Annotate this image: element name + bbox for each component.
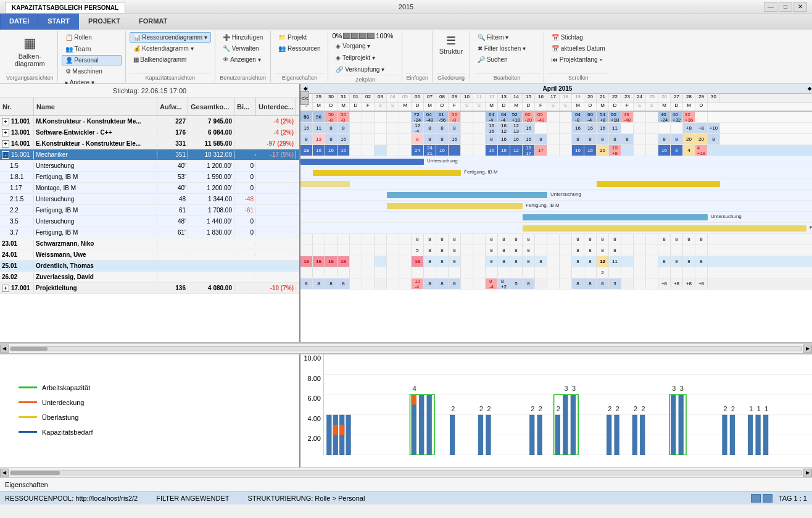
table-row[interactable]: +13.001 Software-Entwickler - C++ 176 6 …: [0, 127, 299, 138]
row-bi: [234, 132, 256, 133]
row-name: E.Konstrukteur - Konstrukteur Ele...: [34, 140, 157, 148]
title-tab-active[interactable]: KAPAZITÄTSABGLEICH PERSONAL: [5, 2, 125, 13]
row-aufw: 48: [157, 195, 188, 203]
expand-icon[interactable]: +: [2, 285, 9, 292]
nav-left-arrow[interactable]: <<: [300, 91, 309, 105]
btn-balkendiagramm-kap[interactable]: ▦ Balkendiagramm: [130, 54, 211, 65]
svg-text:1: 1: [764, 405, 768, 412]
row-unterdec: -4 (2%): [256, 128, 296, 136]
ribbon-tab-format[interactable]: FORMAT: [130, 14, 176, 30]
btn-kostendiagramm[interactable]: 💰 Kostendiagramm ▾: [130, 43, 211, 54]
table-row[interactable]: 24.01 Weissmann, Uwe: [0, 249, 299, 261]
expand-icon[interactable]: +: [2, 118, 9, 125]
row-aufw: 136: [157, 284, 188, 292]
row-unterdec: [256, 177, 296, 178]
chart-scrollbar[interactable]: ◀ ▶: [0, 467, 812, 477]
btn-suchen[interactable]: 🔎 Suchen: [474, 54, 540, 65]
table-row[interactable]: 1.8.1 Fertigung, IB M 53' 1 590.00' 0: [0, 172, 299, 183]
btn-ressourcen[interactable]: 👥 Ressourcen: [275, 43, 324, 54]
chart-svg: 4 2 2 2 2 2 2 3 3 2 2: [324, 354, 812, 455]
horizontal-scrollbar[interactable]: ◀ ▶: [0, 343, 812, 353]
close-button[interactable]: ✕: [793, 2, 807, 12]
btn-projektanfang[interactable]: ⏮ Projektanfang ▾: [548, 54, 608, 65]
chart-scroll-left[interactable]: ◀: [0, 469, 9, 477]
properties-label: Eigenschaften: [5, 481, 48, 488]
table-row[interactable]: 3.7 Fertigung, IB M 61' 1 830.00' 0: [0, 227, 299, 238]
row-bi: [234, 143, 256, 144]
row-name: Zuverlaessig, David: [34, 273, 157, 281]
row-bi: 0: [234, 162, 256, 170]
btn-projekt[interactable]: 📁 Projekt: [275, 32, 324, 43]
svg-rect-13: [412, 395, 416, 404]
gantt-day-numbers: 8 29 30 31 01 02 03 04 05 06 07 08 09 10…: [300, 94, 812, 102]
btn-maschinen[interactable]: ⚙ Maschinen: [62, 66, 122, 77]
group-bearbeiten: 🔍 Filtern ▾ ✖ Filter löschen ▾ 🔎 Suchen …: [470, 31, 544, 82]
table-row[interactable]: +11.001 M.Konstrukteur - Konstrukteur Me…: [0, 116, 299, 127]
scroll-left-btn[interactable]: ◀: [0, 345, 9, 353]
svg-rect-56: [763, 415, 768, 455]
right-panel: << ◆ April 2015 ◆ 8 29 30 31 01 02 03 04…: [300, 84, 812, 342]
row-gesamt: 1 200.00': [188, 162, 234, 170]
chart-scroll-track[interactable]: [10, 470, 802, 475]
table-row[interactable]: +14.001 E.Konstrukteur - Konstrukteur El…: [0, 138, 299, 149]
btn-vorgang[interactable]: ◈ Vorgang ▾: [332, 41, 398, 51]
btn-filter-loeschen[interactable]: ✖ Filter löschen ▾: [474, 43, 540, 54]
gantt-sub-row: Untersuchung: [300, 190, 812, 201]
status-icon-2[interactable]: [763, 494, 773, 503]
table-row-active[interactable]: -15.001 Mechaniker 351 10 312.00 -17 (5%…: [0, 149, 299, 161]
row-name: Software-Entwickler - C++: [34, 128, 157, 136]
legend-label-arbeitskapazitaet: Arbeitskapazität: [42, 384, 90, 391]
btn-team[interactable]: 👥 Team: [62, 43, 122, 54]
table-row[interactable]: 2.1.5 Untersuchung 48 1 344.00 -48: [0, 194, 299, 205]
row-aufw: 331: [157, 140, 188, 148]
table-row[interactable]: 3.5 Untersuchung 48' 1 440.00' 0: [0, 216, 299, 227]
btn-teilprojekt[interactable]: ◈ Teilprojekt ▾: [332, 52, 398, 63]
scroll-right-btn[interactable]: ▶: [803, 345, 812, 353]
table-row[interactable]: 25.01 Ordentlich, Thomas: [0, 261, 299, 272]
table-row[interactable]: 1.5 Untersuchung 40' 1 200.00' 0: [0, 161, 299, 172]
ribbon-tab-projekt[interactable]: PROJEKT: [79, 14, 130, 30]
table-row[interactable]: 1.17 Montage, IB M 40' 1 200.00' 0: [0, 183, 299, 194]
ribbon-tab-datei[interactable]: DATEI: [0, 14, 38, 30]
svg-rect-49: [730, 415, 735, 455]
table-row[interactable]: 2.2 Fertigung, IB M 61 1 708.00 -61: [0, 205, 299, 216]
gantt-person-row-highlight: 16 16 16 16 16 8 8 8 8 8 8 8 8: [300, 256, 812, 267]
table-row[interactable]: 26.02 Zuverlaessig, David: [0, 272, 299, 283]
expand-icon[interactable]: +: [2, 140, 9, 148]
btn-rollen[interactable]: 📋 Rollen: [62, 32, 122, 43]
status-icon-1[interactable]: [751, 494, 761, 503]
btn-hinzufuegen[interactable]: ➕ Hinzufügen: [219, 32, 267, 43]
btn-balkendiagramm[interactable]: ▦ Balken-diagramm: [10, 32, 49, 70]
btn-filtern[interactable]: 🔍 Filtern ▾: [474, 32, 540, 43]
chart-scroll-thumb[interactable]: [10, 471, 60, 475]
btn-stichtag[interactable]: 📅 Stichtag: [548, 32, 608, 43]
gantt-person-row: 8 8 8 8 8 8 8 8 8 8 8 8 8: [300, 234, 812, 245]
gantt-header: ◆ April 2015 ◆ 8 29 30 31 01 02 03 04 05…: [300, 84, 812, 112]
ribbon-tab-start[interactable]: START: [38, 14, 79, 30]
minimize-button[interactable]: —: [764, 2, 777, 12]
btn-ressourcendiagramm[interactable]: 📊 Ressourcendiagramm ▾: [130, 32, 211, 43]
table-row[interactable]: 23.01 Schwarzmann, Niko: [0, 238, 299, 249]
expand-icon[interactable]: +: [2, 129, 9, 136]
row-aufw: [157, 254, 188, 256]
expand-icon[interactable]: -: [2, 151, 9, 159]
svg-text:1: 1: [756, 405, 760, 412]
maximize-button[interactable]: □: [779, 2, 792, 12]
svg-text:2: 2: [451, 405, 455, 412]
row-name: Fertigung, IB M: [34, 228, 157, 236]
chart-scroll-right[interactable]: ▶: [803, 469, 812, 477]
gantt-data-row-active: 16 16 16 16 24 2421 16 16 16 12 1817 17: [300, 145, 812, 156]
btn-aktuelles-datum[interactable]: 📅 aktuelles Datum: [548, 43, 608, 54]
btn-verknuepfung[interactable]: 🔗 Verknüpfung ▾: [332, 64, 398, 75]
btn-struktur[interactable]: ☰ Struktur: [436, 32, 466, 57]
scroll-track[interactable]: [10, 346, 802, 351]
legend-label-kapazitaetsbedarf: Kapazitätsbedarf: [42, 428, 93, 436]
row-unterdec: -4 (2%): [256, 117, 296, 125]
row-bi: -61: [234, 206, 256, 214]
btn-anzeigen[interactable]: 👁 Anzeigen ▾: [219, 54, 267, 65]
scroll-thumb[interactable]: [10, 347, 48, 351]
btn-personal[interactable]: 👤 Personal: [62, 55, 122, 65]
table-row[interactable]: +17.001 Projektleitung 136 4 080.00 -10 …: [0, 283, 299, 294]
title-center: 2015: [399, 3, 413, 10]
btn-verwalten[interactable]: 🔧 Verwalten: [219, 43, 267, 54]
